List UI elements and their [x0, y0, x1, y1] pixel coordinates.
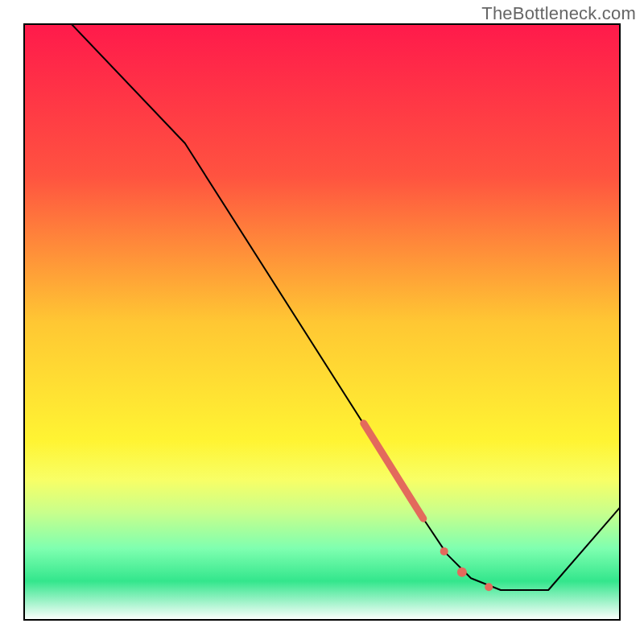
highlight-dot — [440, 547, 448, 555]
chart-svg — [0, 0, 644, 644]
plot-background — [24, 24, 620, 620]
watermark-label: TheBottleneck.com — [481, 3, 636, 24]
chart-container: TheBottleneck.com — [0, 0, 644, 644]
highlight-dot — [485, 583, 493, 591]
highlight-dot — [457, 568, 467, 577]
